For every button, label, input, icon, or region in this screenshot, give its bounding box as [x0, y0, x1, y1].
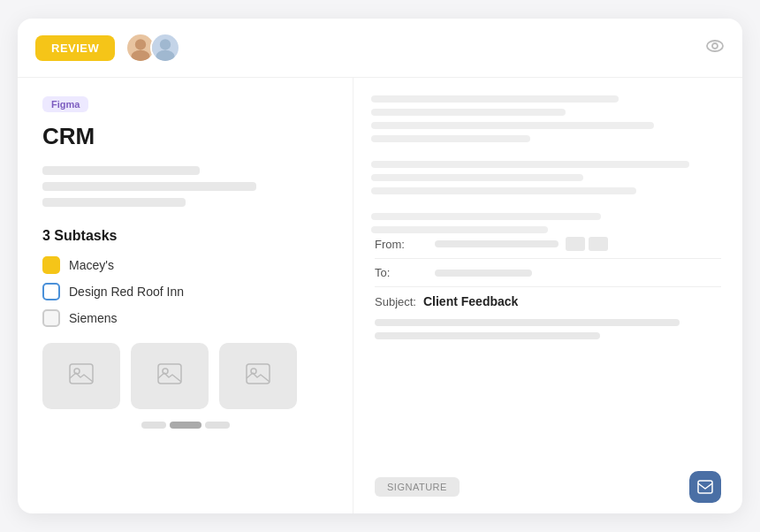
pagination	[42, 422, 328, 429]
email-icon-1[interactable]	[566, 237, 585, 251]
send-button[interactable]	[689, 471, 721, 503]
figma-tag: Figma	[42, 96, 88, 112]
page-dot-2[interactable]	[170, 422, 201, 429]
svg-rect-10	[247, 364, 270, 384]
to-field: To:	[375, 266, 721, 279]
subtask-checkbox-2[interactable]	[42, 283, 60, 300]
header: REVIEW	[18, 19, 742, 78]
divider-1	[375, 258, 721, 259]
avatar-2	[150, 33, 180, 63]
subtasks-section: 3 Subtasks Macey's Design Red Roof Inn S…	[42, 228, 328, 327]
bg-line-8	[371, 213, 601, 220]
from-field: From:	[375, 237, 721, 251]
to-value	[435, 270, 532, 277]
subtask-item-3: Siemens	[42, 309, 328, 327]
review-button[interactable]: REVIEW	[35, 35, 115, 61]
svg-point-5	[712, 43, 718, 49]
subtasks-heading: 3 Subtasks	[42, 228, 328, 244]
left-panel: Figma CRM 3 Subtasks Macey's Design Red …	[18, 78, 353, 513]
visibility-icon[interactable]	[705, 36, 725, 59]
email-icon-2[interactable]	[589, 237, 608, 251]
to-label: To:	[375, 266, 428, 279]
subject-label: Subject:	[375, 295, 416, 308]
avatars-group	[125, 33, 180, 63]
image-icon-2	[157, 363, 182, 389]
bg-line-5	[371, 161, 689, 168]
subtask-label-1: Macey's	[69, 258, 114, 272]
svg-rect-8	[158, 364, 181, 384]
body-line-2	[375, 332, 600, 339]
subtask-item-2: Design Red Roof Inn	[42, 283, 328, 300]
subtask-item-1: Macey's	[42, 256, 328, 274]
signature-button[interactable]: SIGNATURE	[375, 477, 460, 497]
bg-line-2	[371, 109, 566, 116]
main-card: REVIEW	[18, 19, 742, 513]
svg-point-1	[132, 50, 150, 63]
bg-line-4	[371, 135, 530, 142]
svg-point-2	[160, 39, 171, 49]
image-icon-1	[69, 363, 94, 389]
image-placeholder-2	[131, 343, 209, 409]
bg-line-7	[371, 187, 636, 194]
image-placeholder-1	[42, 343, 120, 409]
page-dot-3[interactable]	[205, 422, 230, 429]
svg-point-3	[156, 50, 175, 63]
image-placeholder-3	[219, 343, 297, 409]
email-section: From: To: Subject: Client Fe	[375, 237, 721, 469]
divider-2	[375, 286, 721, 287]
email-action-icons	[566, 237, 608, 251]
svg-rect-12	[698, 481, 712, 493]
from-label: From:	[375, 238, 428, 251]
subtask-label-3: Siemens	[69, 311, 117, 325]
subject-row: Subject: Client Feedback	[375, 294, 721, 308]
svg-rect-6	[70, 364, 93, 384]
skeleton-line-2	[42, 182, 256, 191]
svg-point-4	[707, 41, 723, 51]
bg-line-3	[371, 122, 654, 129]
right-panel: From: To: Subject: Client Fe	[353, 78, 742, 513]
email-body	[375, 319, 721, 339]
main-content: Figma CRM 3 Subtasks Macey's Design Red …	[18, 78, 742, 513]
from-value	[435, 240, 559, 247]
subtask-checkbox-3[interactable]	[42, 309, 60, 327]
bg-line-1	[371, 95, 619, 103]
body-line-1	[375, 319, 680, 326]
subtask-label-2: Design Red Roof Inn	[69, 285, 184, 299]
skeleton-line-1	[42, 166, 200, 175]
bg-line-9	[371, 226, 548, 233]
page-dot-1[interactable]	[141, 422, 166, 429]
bg-skeletons	[371, 95, 725, 239]
image-icon-3	[246, 363, 270, 389]
bg-line-6	[371, 174, 583, 181]
svg-point-0	[135, 39, 146, 49]
send-icon	[697, 480, 713, 494]
skeleton-line-3	[42, 198, 186, 207]
project-title: CRM	[42, 123, 328, 150]
signature-area: SIGNATURE	[375, 471, 721, 503]
subtask-checkbox-1[interactable]	[42, 256, 60, 274]
subject-value: Client Feedback	[423, 294, 518, 308]
images-row	[42, 343, 328, 409]
